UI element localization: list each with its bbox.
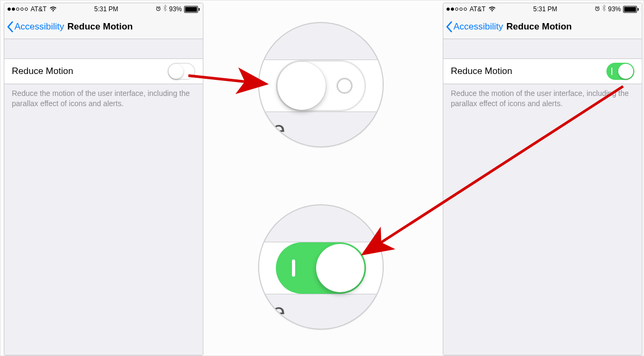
wifi-icon bbox=[488, 6, 496, 12]
svg-line-11 bbox=[365, 86, 623, 253]
svg-line-3 bbox=[156, 6, 157, 7]
zoom-text-peek: e bbox=[272, 299, 284, 325]
status-bar: AT&T 5:31 PM 93% bbox=[4, 3, 203, 15]
status-left: AT&T bbox=[8, 3, 57, 15]
battery-icon bbox=[184, 6, 200, 13]
svg-line-10 bbox=[188, 76, 264, 84]
settings-body: Reduce Motion Reduce the motion of the u… bbox=[4, 39, 203, 355]
battery-percent: 93% bbox=[169, 3, 182, 15]
battery-icon bbox=[623, 6, 639, 13]
reduce-motion-toggle-on[interactable] bbox=[606, 63, 634, 80]
cell-label: Reduce Motion bbox=[451, 66, 512, 77]
alarm-icon bbox=[595, 3, 600, 15]
chevron-left-icon bbox=[445, 21, 453, 33]
wifi-icon bbox=[49, 6, 57, 12]
reduce-motion-cell: Reduce Motion bbox=[443, 58, 642, 84]
carrier-label: AT&T bbox=[31, 3, 47, 15]
svg-line-8 bbox=[595, 6, 596, 7]
nav-title: Reduce Motion bbox=[507, 21, 572, 32]
tutorial-composite: AT&T 5:31 PM 93% Accessibility Reduce Mo… bbox=[0, 0, 644, 356]
signal-strength-icon bbox=[8, 8, 28, 11]
back-button[interactable]: Accessibility bbox=[443, 21, 503, 33]
bluetooth-icon bbox=[602, 3, 606, 15]
signal-strength-icon bbox=[447, 8, 467, 11]
back-label: Accessibility bbox=[453, 21, 503, 32]
toggle-knob bbox=[277, 62, 326, 110]
status-time: 5:31 PM bbox=[57, 3, 156, 15]
bluetooth-icon bbox=[163, 3, 167, 15]
chevron-left-icon bbox=[6, 21, 14, 33]
zoom-text-peek: e bbox=[272, 116, 284, 143]
carrier-label: AT&T bbox=[470, 3, 486, 15]
reduce-motion-cell: Reduce Motion bbox=[4, 58, 203, 84]
cell-label: Reduce Motion bbox=[12, 66, 73, 77]
status-left: AT&T bbox=[447, 3, 496, 15]
status-right: 93% bbox=[156, 3, 200, 15]
status-time: 5:31 PM bbox=[496, 3, 595, 15]
alarm-icon bbox=[156, 3, 161, 15]
status-bar: AT&T 5:31 PM 93% bbox=[443, 3, 642, 15]
back-label: Accessibility bbox=[14, 21, 64, 32]
arrow-annotation-icon bbox=[349, 81, 634, 274]
arrow-annotation-icon bbox=[178, 65, 274, 97]
section-spacer bbox=[443, 39, 642, 58]
nav-bar: Accessibility Reduce Motion bbox=[4, 15, 203, 39]
nav-title: Reduce Motion bbox=[68, 21, 133, 32]
battery-percent: 93% bbox=[608, 3, 621, 15]
phone-screenshot-left: AT&T 5:31 PM 93% Accessibility Reduce Mo… bbox=[4, 3, 203, 355]
svg-line-9 bbox=[598, 6, 599, 7]
back-button[interactable]: Accessibility bbox=[4, 21, 64, 33]
status-right: 93% bbox=[595, 3, 639, 15]
svg-line-4 bbox=[159, 6, 160, 7]
nav-bar: Accessibility Reduce Motion bbox=[443, 15, 642, 39]
toggle-on-indicator-icon bbox=[292, 259, 295, 277]
section-spacer bbox=[4, 39, 203, 58]
toggle-knob bbox=[618, 64, 633, 79]
section-footer: Reduce the motion of the user interface,… bbox=[4, 84, 203, 113]
